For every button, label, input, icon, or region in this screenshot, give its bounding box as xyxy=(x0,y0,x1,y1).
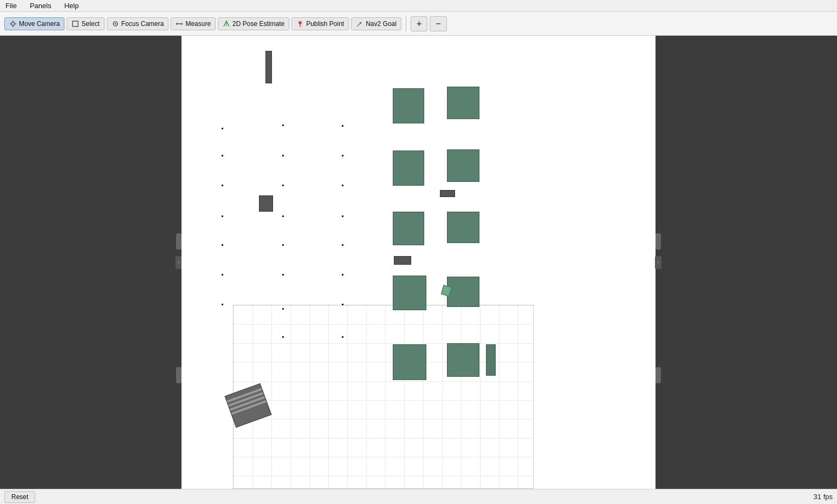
select-label: Select xyxy=(81,20,99,28)
svg-point-3 xyxy=(114,23,116,24)
select-icon xyxy=(72,20,79,28)
map-object-small-sq xyxy=(394,256,411,265)
lidar-dot xyxy=(282,244,284,246)
lidar-dot xyxy=(342,244,343,246)
nav2-goal-button[interactable]: Nav2 Goal xyxy=(351,17,401,30)
lidar-dot xyxy=(282,274,284,276)
zoom-out-button[interactable]: − xyxy=(430,16,446,31)
lidar-dot xyxy=(282,336,284,338)
goal-icon xyxy=(356,20,364,28)
menu-panels[interactable]: Panels xyxy=(28,1,54,11)
focus-icon xyxy=(112,20,119,28)
left-handle-top[interactable] xyxy=(176,233,181,250)
lidar-dot xyxy=(222,155,223,156)
right-handle-bottom[interactable] xyxy=(656,367,661,383)
publish-point-button[interactable]: Publish Point xyxy=(291,17,349,30)
lidar-dot xyxy=(342,185,343,186)
lidar-dot xyxy=(222,304,223,305)
lidar-dot xyxy=(342,125,343,127)
minus-icon: − xyxy=(436,19,440,29)
lidar-dot xyxy=(342,336,343,338)
toolbar-separator xyxy=(406,16,406,31)
reset-button[interactable]: Reset xyxy=(4,491,35,503)
lidar-dot xyxy=(282,125,284,126)
2d-pose-label: 2D Pose Estimate xyxy=(232,20,284,28)
toolbar: Move Camera Select Focus Camera xyxy=(0,12,837,36)
lidar-dot xyxy=(342,304,343,305)
plus-icon: + xyxy=(417,19,421,29)
map-object-r5-b2 xyxy=(447,343,479,377)
right-arrow-icon: › xyxy=(657,259,659,265)
map-object-r2-b2 xyxy=(447,149,479,182)
map-object-r3-b1 xyxy=(393,212,424,245)
left-arrow-icon: ‹ xyxy=(178,259,179,265)
measure-label: Measure xyxy=(185,20,211,28)
nav2-goal-label: Nav2 Goal xyxy=(366,20,397,28)
menubar: File Panels Help xyxy=(0,0,837,12)
left-panel: ‹ xyxy=(0,36,181,489)
reset-label: Reset xyxy=(11,493,28,501)
right-panel: › xyxy=(656,36,837,489)
publish-point-label: Publish Point xyxy=(306,20,344,28)
map-object-small-col xyxy=(486,344,496,376)
menu-file[interactable]: File xyxy=(3,1,19,11)
lidar-dot xyxy=(222,185,223,186)
camera-icon xyxy=(9,20,17,28)
focus-camera-label: Focus Camera xyxy=(121,20,164,28)
map-object-r4-b1 xyxy=(393,276,426,310)
right-handle-top[interactable] xyxy=(656,233,661,250)
map-object-tall-bar xyxy=(265,51,272,83)
menu-help[interactable]: Help xyxy=(62,1,81,11)
map-object-r1-b1 xyxy=(393,88,424,123)
lidar-dot xyxy=(222,128,223,129)
lidar-dot xyxy=(282,155,284,156)
lidar-dot xyxy=(222,274,223,276)
svg-point-0 xyxy=(11,22,15,25)
move-camera-label: Move Camera xyxy=(19,20,60,28)
map-object-r4-b2 xyxy=(447,277,479,307)
map-object-r1-b2 xyxy=(447,87,479,119)
map-object-r2-b1 xyxy=(393,150,424,186)
lidar-dot xyxy=(222,215,223,217)
lidar-dot xyxy=(342,215,343,217)
fps-display: 31 fps xyxy=(814,493,833,501)
ruler-icon xyxy=(176,20,183,28)
move-camera-button[interactable]: Move Camera xyxy=(4,17,64,30)
map-object-r5-b1 xyxy=(393,344,426,380)
map-object-ibeam xyxy=(440,190,455,197)
pin-icon xyxy=(296,20,304,28)
2d-pose-button[interactable]: 2D Pose Estimate xyxy=(218,17,289,30)
lidar-dot xyxy=(282,308,284,310)
lidar-dot xyxy=(342,155,343,156)
measure-button[interactable]: Measure xyxy=(171,17,216,30)
map-object-r3-b2 xyxy=(447,212,479,243)
zoom-in-button[interactable]: + xyxy=(411,16,427,31)
lidar-dot xyxy=(282,185,284,186)
lidar-dot xyxy=(222,244,223,246)
map-viewport[interactable] xyxy=(181,36,656,489)
right-panel-collapse[interactable]: › xyxy=(655,256,661,269)
pose-icon xyxy=(223,20,230,28)
select-button[interactable]: Select xyxy=(67,17,104,30)
svg-rect-1 xyxy=(73,21,78,27)
lidar-dot xyxy=(282,215,284,217)
focus-camera-button[interactable]: Focus Camera xyxy=(107,17,169,30)
lidar-dot xyxy=(342,274,343,276)
main-layout: ‹ xyxy=(0,36,837,489)
statusbar: Reset 31 fps xyxy=(0,489,837,504)
map-grid xyxy=(233,305,534,489)
map-object-small-left xyxy=(259,195,273,212)
left-handle-bottom[interactable] xyxy=(176,367,181,383)
